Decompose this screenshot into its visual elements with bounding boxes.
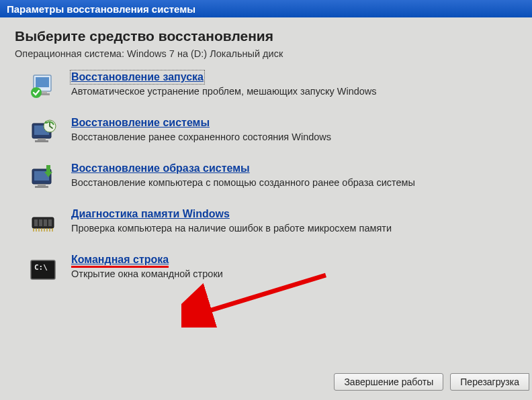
svg-text:C:\: C:\ (34, 263, 48, 272)
svg-rect-15 (46, 165, 50, 172)
option-memory-diagnostic: Диагностика памяти Windows Проверка комп… (15, 208, 517, 239)
system-restore-icon (28, 118, 58, 148)
svg-rect-20 (44, 219, 47, 226)
option-startup-repair: Восстановление запуска Автоматическое ус… (15, 71, 517, 102)
svg-rect-19 (39, 219, 42, 226)
os-info: Операционная система: Windows 7 на (D:) … (15, 48, 517, 59)
system-restore-link[interactable]: Восстановление системы (71, 117, 210, 129)
image-recovery-link[interactable]: Восстановление образа системы (71, 162, 250, 174)
svg-rect-14 (35, 186, 48, 188)
content-area: Выберите средство восстановления Операци… (0, 17, 532, 306)
image-recovery-icon (28, 164, 58, 193)
svg-rect-21 (48, 219, 52, 226)
option-image-recovery: Восстановление образа системы Восстановл… (15, 162, 517, 193)
svg-point-4 (31, 87, 42, 98)
titlebar: Параметры восстановления системы (0, 0, 532, 17)
button-bar: Завершение работы Перезагрузка (334, 373, 532, 391)
svg-rect-13 (38, 184, 46, 186)
command-prompt-link[interactable]: Командная строка (71, 254, 169, 266)
option-command-prompt: C:\ Командная строка Открытие окна коман… (15, 254, 517, 285)
command-prompt-desc: Открытие окна командной строки (71, 268, 517, 279)
command-prompt-icon: C:\ (28, 255, 58, 285)
page-heading: Выберите средство восстановления (15, 28, 517, 44)
option-system-restore: Восстановление системы Восстановление ра… (15, 117, 517, 148)
svg-rect-1 (36, 77, 49, 87)
memory-diagnostic-link[interactable]: Диагностика памяти Windows (71, 208, 230, 220)
shutdown-button[interactable]: Завершение работы (334, 373, 443, 391)
startup-repair-desc: Автоматическое устранение проблем, мешаю… (71, 86, 517, 97)
titlebar-text: Параметры восстановления системы (7, 3, 195, 15)
startup-repair-icon (28, 72, 58, 102)
svg-rect-8 (35, 140, 48, 142)
startup-repair-link[interactable]: Восстановление запуска (71, 71, 204, 83)
restart-button[interactable]: Перезагрузка (450, 373, 529, 391)
memory-diagnostic-desc: Проверка компьютера на наличие ошибок в … (71, 223, 517, 234)
memory-diagnostic-icon (28, 209, 58, 239)
svg-rect-18 (34, 219, 38, 226)
svg-rect-7 (38, 138, 46, 140)
image-recovery-desc: Восстановление компьютера с помощью созд… (71, 177, 517, 188)
system-restore-desc: Восстановление ранее сохраненного состоя… (71, 132, 517, 142)
